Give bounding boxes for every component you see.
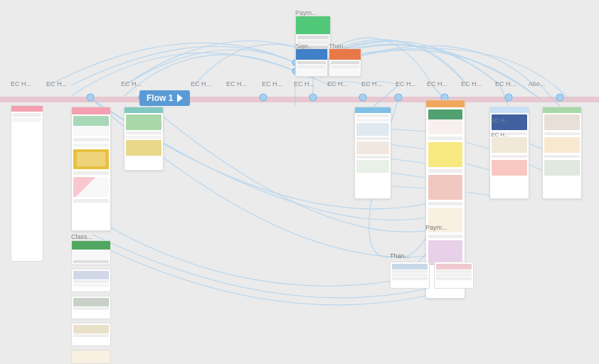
timeline-bar — [0, 97, 599, 102]
flow-badge-label: Flow 1 — [147, 93, 173, 103]
far-right-card2[interactable] — [542, 107, 582, 199]
ec2-label: EC H... — [46, 80, 67, 87]
ec13-label: EC H... — [495, 80, 516, 87]
ec6-label: EC H... — [262, 80, 282, 87]
ec10-label: EC H... — [396, 80, 416, 87]
left-col-card1[interactable] — [71, 107, 111, 231]
bottom-card1[interactable] — [71, 240, 111, 265]
ec9-label: EC H... — [361, 80, 382, 87]
col2-card[interactable] — [124, 107, 164, 171]
ec3-label: EC H... — [121, 80, 142, 87]
than-lower-label: Than... — [390, 252, 410, 259]
bottom-card5[interactable] — [71, 350, 111, 364]
ec12-label: EC H... — [461, 80, 482, 87]
lower-right-card1[interactable] — [390, 262, 430, 289]
ec1-label: EC H... — [11, 80, 31, 87]
ec11-label: EC H... — [427, 80, 447, 87]
about-label: Abo... — [529, 80, 546, 87]
ec5-label: EC H... — [226, 80, 247, 87]
than-label: Than... — [329, 43, 349, 50]
paym-label: Paym... — [295, 9, 317, 16]
paym-col-label: Paym... — [425, 224, 447, 231]
lower-right-card2[interactable] — [434, 262, 474, 289]
bottom-card2[interactable] — [71, 269, 111, 292]
sign-node[interactable] — [295, 48, 328, 77]
sign-label: Sign... — [295, 43, 314, 50]
than-node[interactable] — [329, 48, 361, 77]
ec8-label: EC H... — [327, 80, 348, 87]
ec-text2: EC H... — [491, 132, 509, 138]
ec4-label: EC H... — [191, 80, 211, 87]
ec7-label: EC H... — [294, 80, 314, 87]
mid-card1[interactable] — [354, 107, 391, 199]
flow-badge[interactable]: Flow 1 — [139, 90, 190, 106]
bottom-card3[interactable] — [71, 296, 111, 319]
flow-badge-arrow — [177, 94, 183, 102]
class-label: Class... — [71, 233, 92, 240]
ec-text1: EC H... — [491, 117, 509, 124]
bottom-card4[interactable] — [71, 323, 111, 346]
flow-canvas: Flow 1 Paym... Sign... Than... EC H... E… — [0, 0, 599, 364]
ec1-card[interactable] — [11, 105, 43, 262]
